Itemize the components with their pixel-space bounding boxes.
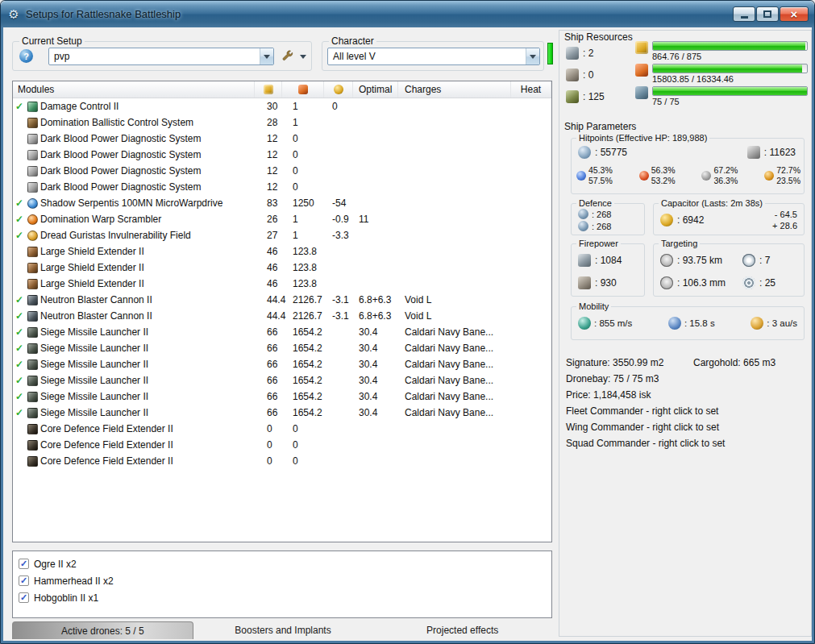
wrench-button[interactable] (281, 49, 295, 64)
module-active-check[interactable]: ✓ (13, 292, 26, 308)
fleet-commander-setter[interactable]: Fleet Commander - right click to set (566, 403, 808, 419)
module-row[interactable]: ✓Dread Guristas Invulnerability Field271… (13, 227, 551, 243)
tab-boosters-implants[interactable]: Boosters and Implants (193, 621, 373, 639)
module-powergrid: 1654.2 (282, 388, 324, 405)
module-optimal: 30.4 (353, 356, 398, 372)
module-row[interactable]: ✓Siege Missile Launcher II661654.230.4Ca… (13, 388, 551, 405)
module-active-check[interactable]: ✓ (13, 98, 26, 114)
module-active-check[interactable] (13, 453, 26, 469)
module-row[interactable]: ✓Siege Missile Launcher II661654.230.4Ca… (13, 405, 551, 421)
optimal-column-header[interactable]: Optimal (353, 81, 398, 98)
module-row[interactable]: Large Shield Extender II46123.8 (13, 243, 551, 260)
module-row[interactable]: Domination Ballistic Control System281 (13, 114, 551, 131)
module-row[interactable]: ✓Siege Missile Launcher II661654.230.4Ca… (13, 356, 551, 372)
drone-item[interactable]: ✓Hobgoblin II x1 (19, 589, 546, 606)
module-active-check[interactable] (13, 131, 26, 147)
setup-tools-dropdown[interactable] (297, 50, 310, 63)
heat-column-header[interactable]: Heat (511, 81, 551, 98)
module-row[interactable]: Dark Blood Power Diagnostic System120 (13, 179, 551, 195)
setup-dropdown-arrow[interactable] (260, 48, 273, 64)
hardpoint-stat: : 0 (566, 68, 635, 82)
module-active-check[interactable] (13, 421, 26, 437)
modules-column-header[interactable]: Modules (13, 81, 255, 98)
module-active-check[interactable]: ✓ (13, 308, 26, 324)
module-row[interactable]: ✓Siege Missile Launcher II661654.230.4Ca… (13, 340, 551, 356)
tab-projected-effects[interactable]: Projected effects (372, 621, 552, 639)
drone-checkbox[interactable]: ✓ (19, 575, 29, 586)
modules-header[interactable]: Modules Optimal Charges Heat (13, 81, 551, 98)
module-row[interactable]: Core Defence Field Extender II00 (13, 421, 551, 437)
maximize-button[interactable] (756, 6, 779, 22)
drone-checkbox[interactable]: ✓ (19, 559, 29, 569)
module-row[interactable]: Dark Blood Power Diagnostic System120 (13, 147, 551, 163)
module-cpu: 12 (255, 147, 282, 163)
resource-progress-fill (653, 42, 805, 50)
module-active-check[interactable]: ✓ (13, 340, 26, 356)
hardpoint-value: : 125 (583, 91, 605, 102)
minimize-button[interactable] (733, 6, 755, 22)
app-icon: ⚙ (6, 7, 21, 22)
module-row[interactable]: Dark Blood Power Diagnostic System120 (13, 163, 551, 179)
module-cap-use (324, 372, 353, 388)
resource-bars: 864.76 / 87515803.85 / 16334.4675 / 75 (635, 41, 808, 109)
module-active-check[interactable]: ✓ (13, 211, 26, 227)
drone-item[interactable]: ✓Hammerhead II x2 (19, 572, 546, 589)
setup-select[interactable]: pvp (48, 48, 274, 65)
module-row[interactable]: Core Defence Field Extender II00 (13, 437, 551, 453)
module-active-check[interactable] (13, 163, 26, 179)
module-row[interactable]: ✓Shadow Serpentis 100MN MicroWarpdrive83… (13, 195, 551, 211)
module-active-check[interactable]: ✓ (13, 388, 26, 405)
module-row[interactable]: ✓Neutron Blaster Cannon II44.42126.7-3.1… (13, 308, 551, 324)
module-name: Shadow Serpentis 100MN MicroWarpdrive (40, 195, 255, 211)
cpu-column-header[interactable] (255, 81, 282, 98)
character-select[interactable]: All level V (327, 48, 540, 65)
module-active-check[interactable]: ✓ (13, 227, 26, 243)
wrench-icon (281, 50, 294, 63)
power-diagnostic-icon (27, 134, 38, 144)
shield-hp-stat: : 55775 (578, 146, 627, 159)
module-active-check[interactable]: ✓ (13, 324, 26, 340)
module-active-check[interactable]: ✓ (13, 195, 26, 211)
defence-group: Defence : 268 : 268 (571, 203, 645, 235)
module-active-check[interactable]: ✓ (13, 372, 26, 388)
charges-column-header[interactable]: Charges (398, 81, 511, 98)
module-row[interactable]: Large Shield Extender II46123.8 (13, 260, 551, 276)
close-button[interactable]: × (780, 6, 809, 22)
module-charges (398, 98, 511, 114)
module-row[interactable]: ✓Siege Missile Launcher II661654.230.4Ca… (13, 324, 551, 340)
module-heat (511, 131, 551, 147)
module-row[interactable]: Dark Blood Power Diagnostic System120 (13, 131, 551, 147)
drone-checkbox[interactable]: ✓ (19, 592, 29, 603)
squad-commander-setter[interactable]: Squad Commander - right click to set (566, 435, 808, 451)
module-row[interactable]: Large Shield Extender II46123.8 (13, 276, 551, 292)
powergrid-column-header[interactable] (282, 81, 324, 98)
module-row[interactable]: ✓Siege Missile Launcher II661654.230.4Ca… (13, 372, 551, 388)
module-row[interactable]: ✓Neutron Blaster Cannon II44.42126.7-3.1… (13, 292, 551, 308)
module-active-check[interactable]: ✓ (13, 405, 26, 421)
character-dropdown-arrow[interactable] (526, 48, 539, 64)
hitpoints-row: : 55775 : 11623 (578, 146, 796, 159)
module-active-check[interactable] (13, 179, 26, 195)
module-active-check[interactable] (13, 243, 26, 260)
help-icon[interactable]: ? (19, 49, 33, 63)
module-active-check[interactable] (13, 114, 26, 131)
module-active-check[interactable] (13, 260, 26, 276)
module-row[interactable]: ✓Domination Warp Scrambler261-0.911 (13, 211, 551, 227)
module-name: Core Defence Field Extender II (40, 437, 255, 453)
module-active-check[interactable] (13, 437, 26, 453)
module-row[interactable]: Core Defence Field Extender II00 (13, 453, 551, 469)
tab-active-drones[interactable]: Active drones: 5 / 5 (12, 621, 193, 639)
character-value: All level V (328, 51, 526, 62)
module-icon-cell (26, 421, 40, 437)
module-active-check[interactable] (13, 147, 26, 163)
drone-item[interactable]: ✓Ogre II x2 (19, 555, 546, 572)
module-active-check[interactable] (13, 276, 26, 292)
module-cpu: 46 (255, 276, 282, 292)
wing-commander-setter[interactable]: Wing Commander - right click to set (566, 419, 808, 435)
module-cpu: 0 (255, 421, 282, 437)
module-row[interactable]: ✓Damage Control II3010 (13, 98, 551, 114)
capacitor-column-header[interactable] (324, 81, 353, 98)
module-active-check[interactable]: ✓ (13, 356, 26, 372)
resist-stat: 67.2%36.3% (701, 165, 738, 186)
titlebar[interactable]: ⚙ Setups for Rattlesnake Battleship × (1, 1, 814, 27)
